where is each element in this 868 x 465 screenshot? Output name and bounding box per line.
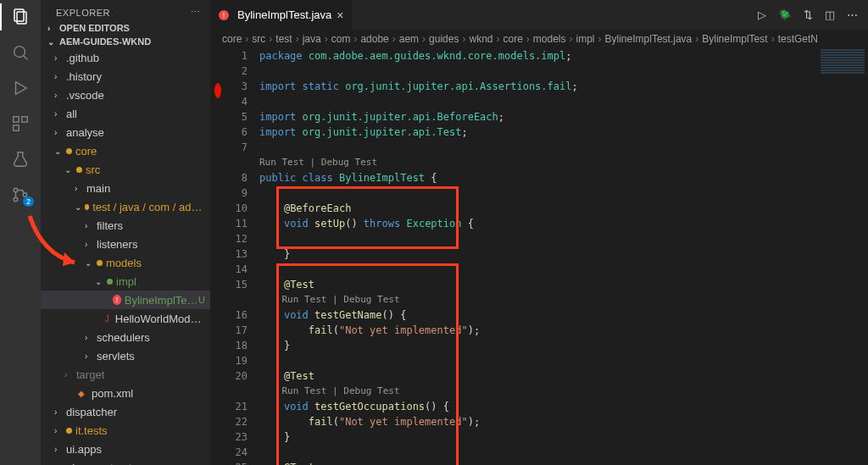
search-icon[interactable] xyxy=(10,42,31,63)
more-icon[interactable]: ⋯ xyxy=(191,7,201,18)
scm-badge: 2 xyxy=(23,197,34,207)
breadcrumb-item[interactable]: wknd xyxy=(469,33,492,45)
breadcrumb-item[interactable]: com xyxy=(331,33,351,45)
breadcrumb[interactable]: core›src›test›java›com›adobe›aem›guides›… xyxy=(210,30,868,48)
svg-line-3 xyxy=(24,56,28,60)
more-actions-icon[interactable]: ⋯ xyxy=(847,8,858,21)
xml-icon: ◆ xyxy=(75,386,88,400)
folder-item[interactable]: ›main xyxy=(41,179,210,197)
svg-point-10 xyxy=(14,197,18,202)
java-icon: J xyxy=(102,312,111,325)
debug-icon[interactable]: 🪲 xyxy=(778,8,792,21)
code-area[interactable]: 1234567891011121314151617181920212223242… xyxy=(210,48,868,465)
folder-item[interactable]: ›all xyxy=(41,104,210,123)
line-number-gutter: 1234567891011121314151617181920212223242… xyxy=(225,48,259,465)
open-editors-header[interactable]: ›OPEN EDITORS xyxy=(41,21,210,35)
folder-item[interactable]: ⌄test / java / com / adobe / a... xyxy=(41,197,210,216)
file-tree: ›.github›.history›.vscode›all›analyse⌄co… xyxy=(41,48,210,465)
explorer-icon[interactable] xyxy=(10,7,31,27)
folder-item[interactable]: ›dispatcher xyxy=(41,402,210,421)
breadcrumb-item[interactable]: impl xyxy=(576,33,595,45)
folder-item[interactable]: ›.history xyxy=(41,67,210,86)
folder-item[interactable]: ⌄core xyxy=(41,141,210,160)
svg-marker-4 xyxy=(16,82,27,95)
close-tab-icon[interactable]: × xyxy=(337,8,343,22)
untracked-dot-icon xyxy=(107,279,113,285)
workspace-header[interactable]: ⌄AEM-GUIDES-WKND xyxy=(41,35,210,48)
explorer-title: EXPLORER xyxy=(56,8,110,18)
breadcrumb-item[interactable]: models xyxy=(533,33,566,45)
run-icon[interactable]: ▷ xyxy=(758,8,766,21)
breakpoint-gutter[interactable] xyxy=(210,48,225,465)
file-item[interactable]: ◆pom.xml xyxy=(41,384,210,402)
activity-bar: 2 xyxy=(0,0,41,465)
folder-item[interactable]: ›listeners xyxy=(41,235,210,253)
breakpoint-icon[interactable] xyxy=(214,83,221,98)
svg-rect-7 xyxy=(14,125,19,130)
explorer-header: EXPLORER ⋯ xyxy=(41,0,210,21)
editor-actions: ▷ 🪲 ⇅ ◫ ⋯ xyxy=(758,0,868,30)
code-content[interactable]: package com.adobe.aem.guides.wknd.core.m… xyxy=(259,48,868,465)
svg-point-2 xyxy=(14,47,25,58)
modified-dot-icon xyxy=(66,428,72,434)
svg-rect-5 xyxy=(14,117,19,122)
svg-point-9 xyxy=(14,188,18,192)
svg-rect-0 xyxy=(14,9,24,21)
codelens[interactable]: Run Test | Debug Test xyxy=(259,292,868,307)
folder-item[interactable]: ⌄impl xyxy=(41,272,210,291)
folder-item[interactable]: ›target xyxy=(41,365,210,384)
svg-rect-6 xyxy=(22,117,27,122)
folder-item[interactable]: ⌄src xyxy=(41,160,210,179)
run-debug-icon[interactable] xyxy=(10,78,31,98)
breadcrumb-item[interactable]: aem xyxy=(399,33,419,45)
folder-item[interactable]: ›it.tests xyxy=(41,421,210,440)
folder-item[interactable]: ›ui.apps xyxy=(41,440,210,458)
folder-item[interactable]: ›filters xyxy=(41,216,210,235)
folder-item[interactable]: ›ui.apps.structure xyxy=(41,458,210,465)
breadcrumb-item[interactable]: BylineImplTest xyxy=(702,33,767,45)
modified-dot-icon xyxy=(76,167,82,173)
folder-item[interactable]: ›analyse xyxy=(41,123,210,141)
breadcrumb-item[interactable]: BylineImplTest.java xyxy=(605,33,693,45)
svg-rect-1 xyxy=(17,12,26,24)
breadcrumb-item[interactable]: src xyxy=(252,33,265,45)
folder-item[interactable]: ›.vscode xyxy=(41,86,210,104)
error-icon: ! xyxy=(113,295,120,305)
explorer-sidebar: EXPLORER ⋯ ›OPEN EDITORS ⌄AEM-GUIDES-WKN… xyxy=(41,0,210,465)
folder-item[interactable]: ›servlets xyxy=(41,346,210,365)
modified-dot-icon xyxy=(97,260,103,266)
git-status: U xyxy=(198,295,205,305)
error-indicator-icon: ! xyxy=(219,10,229,20)
modified-dot-icon xyxy=(85,204,90,210)
breadcrumb-item[interactable]: testGetN xyxy=(778,33,818,45)
file-item[interactable]: !BylineImplTest.javaU xyxy=(41,291,210,309)
codelens[interactable]: Run Test | Debug Test xyxy=(259,384,868,399)
minimap[interactable] xyxy=(817,48,868,465)
tab-bar: ! BylineImplTest.java × ▷ 🪲 ⇅ ◫ ⋯ xyxy=(210,0,868,30)
folder-item[interactable]: ›schedulers xyxy=(41,328,210,346)
folder-item[interactable]: ›.github xyxy=(41,48,210,67)
folder-item[interactable]: ⌄models xyxy=(41,253,210,272)
breadcrumb-item[interactable]: test xyxy=(275,33,292,45)
split-editor-icon[interactable]: ◫ xyxy=(825,8,835,21)
tab-label: BylineImplTest.java xyxy=(237,8,331,21)
source-control-icon[interactable]: 2 xyxy=(10,185,31,205)
extensions-icon[interactable] xyxy=(10,113,31,134)
testing-icon[interactable] xyxy=(10,149,31,169)
breadcrumb-item[interactable]: core xyxy=(222,33,242,45)
breadcrumb-item[interactable]: java xyxy=(303,33,321,45)
breadcrumb-item[interactable]: adobe xyxy=(360,33,388,45)
compare-icon[interactable]: ⇅ xyxy=(804,8,813,21)
editor-area: ! BylineImplTest.java × ▷ 🪲 ⇅ ◫ ⋯ core›s… xyxy=(210,0,868,465)
codelens[interactable]: Run Test | Debug Test xyxy=(259,155,868,170)
breadcrumb-item[interactable]: core xyxy=(503,33,522,45)
tab-bylineimpltest[interactable]: ! BylineImplTest.java × xyxy=(210,0,353,30)
file-item[interactable]: JHelloWorldModelTest.java xyxy=(41,309,210,328)
breadcrumb-item[interactable]: guides xyxy=(429,33,459,45)
modified-dot-icon xyxy=(66,148,72,154)
